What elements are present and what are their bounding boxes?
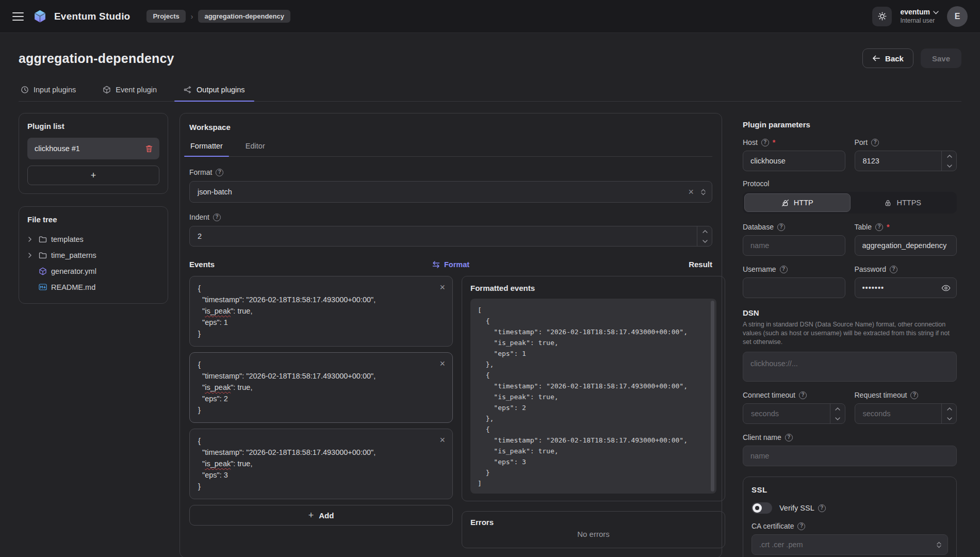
clock-icon <box>21 86 29 94</box>
protocol-https-option[interactable]: HTTPS <box>851 193 956 212</box>
connect-timeout-spinner[interactable] <box>830 403 845 424</box>
plus-icon: + <box>308 510 314 521</box>
breadcrumb: Projects › aggregation-dependency <box>146 10 290 23</box>
tab-input-plugins[interactable]: Input plugins <box>19 86 78 101</box>
save-button[interactable]: Save <box>921 48 961 68</box>
spinner-down-icon[interactable] <box>942 161 957 171</box>
clear-icon[interactable]: × <box>688 187 694 196</box>
add-event-button[interactable]: + Add <box>189 505 453 526</box>
user-menu[interactable]: eventum Internal user <box>900 8 939 25</box>
database-input[interactable] <box>743 235 845 256</box>
spinner-down-icon[interactable] <box>830 414 845 424</box>
back-button[interactable]: Back <box>862 48 913 68</box>
help-icon[interactable]: ? <box>799 391 807 399</box>
chevron-right-icon <box>27 252 35 258</box>
eye-icon[interactable] <box>941 277 951 298</box>
protocol-http-option[interactable]: HTTP <box>744 193 851 212</box>
theme-toggle-button[interactable] <box>872 7 892 26</box>
event-card-2[interactable]: { "timestamp": "2026-02-18T18:58:17.4930… <box>189 352 453 423</box>
formatted-events-code[interactable]: [ { "timestamp": "2026-02-18T18:58:17.49… <box>470 299 716 494</box>
breadcrumb-separator-icon: › <box>191 12 193 21</box>
port-label: Port <box>855 138 868 146</box>
events-list: { "timestamp": "2026-02-18T18:58:17.4930… <box>189 276 453 548</box>
avatar[interactable]: E <box>947 6 968 27</box>
verify-ssl-toggle[interactable] <box>752 502 772 514</box>
avatar-initial: E <box>955 12 960 21</box>
help-icon[interactable]: ? <box>216 169 223 176</box>
port-spinner[interactable] <box>941 151 957 171</box>
file-tree-item-templates[interactable]: templates <box>27 231 159 247</box>
delete-plugin-button[interactable] <box>145 144 153 153</box>
chevron-right-icon <box>27 236 35 242</box>
help-icon[interactable]: ? <box>761 139 769 146</box>
spinner-up-icon[interactable] <box>830 403 845 414</box>
help-icon[interactable]: ? <box>780 266 788 273</box>
event-json-text[interactable]: { "timestamp": "2026-02-18T18:58:17.4930… <box>198 283 432 339</box>
dsn-label: DSN <box>743 308 957 317</box>
user-role: Internal user <box>900 17 939 25</box>
format-label: Format <box>189 168 212 176</box>
format-select[interactable]: json-batch × <box>189 181 712 203</box>
close-icon[interactable]: × <box>439 435 445 445</box>
events-title: Events <box>189 260 364 269</box>
transfer-arrows-icon <box>432 261 440 268</box>
help-icon[interactable]: ? <box>875 223 883 231</box>
dsn-input[interactable]: clickhouse://... <box>743 352 957 382</box>
help-icon[interactable]: ? <box>818 504 826 512</box>
tab-output-plugins[interactable]: Output plugins <box>182 86 247 101</box>
errors-card: Errors No errors <box>462 511 725 548</box>
indent-label: Indent <box>189 213 209 221</box>
help-icon[interactable]: ? <box>785 434 793 441</box>
scrollbar[interactable] <box>711 301 714 492</box>
help-icon[interactable]: ? <box>777 223 785 231</box>
spinner-down-icon[interactable] <box>942 414 957 424</box>
breadcrumb-current[interactable]: aggregation-dependency <box>198 10 290 23</box>
help-icon[interactable]: ? <box>871 139 879 146</box>
file-tree-item-time-patterns[interactable]: time_patterns <box>27 247 159 263</box>
tab-editor[interactable]: Editor <box>244 142 266 156</box>
help-icon[interactable]: ? <box>910 391 918 399</box>
close-icon[interactable]: × <box>439 359 445 368</box>
verify-ssl-label: Verify SSL <box>779 504 814 512</box>
tab-event-plugin[interactable]: Event plugin <box>101 86 159 101</box>
no-errors-text: No errors <box>470 530 716 538</box>
file-tree-item-generator-yml[interactable]: generator.yml <box>27 263 159 279</box>
spinner-up-icon[interactable] <box>697 226 712 236</box>
table-input[interactable] <box>855 235 957 256</box>
close-icon[interactable]: × <box>439 283 445 292</box>
indent-spinner[interactable] <box>697 226 712 247</box>
plugin-list-card: Plugin list clickhouse #1 + <box>19 113 168 194</box>
breadcrumb-projects[interactable]: Projects <box>146 10 185 23</box>
client-name-label: Client name <box>743 433 781 441</box>
hamburger-menu-icon[interactable] <box>12 12 24 21</box>
plugin-list-item[interactable]: clickhouse #1 <box>27 138 159 159</box>
formatted-events-card: Formatted events [ { "timestamp": "2026-… <box>462 276 725 501</box>
event-json-text[interactable]: { "timestamp": "2026-02-18T18:58:17.4930… <box>198 435 432 492</box>
format-select-value: json-batch <box>198 188 232 196</box>
help-icon[interactable]: ? <box>797 522 805 530</box>
indent-input[interactable] <box>189 226 712 247</box>
page-title: aggregation-dependency <box>19 51 174 66</box>
protocol-label: Protocol <box>743 179 769 188</box>
event-json-text[interactable]: { "timestamp": "2026-02-18T18:58:17.4930… <box>198 359 432 416</box>
add-plugin-button[interactable]: + <box>27 166 159 185</box>
help-icon[interactable]: ? <box>890 266 897 273</box>
spinner-up-icon[interactable] <box>942 403 957 414</box>
event-card-3[interactable]: { "timestamp": "2026-02-18T18:58:17.4930… <box>189 429 453 499</box>
file-tree-item-readme-md[interactable]: README.md <box>27 279 159 295</box>
brand[interactable]: Eventum Studio <box>33 9 130 24</box>
ca-certificate-label: CA certificate <box>752 522 794 530</box>
yaml-file-icon <box>39 267 47 275</box>
tab-formatter[interactable]: Formatter <box>189 142 224 156</box>
username-input[interactable] <box>743 277 845 298</box>
request-timeout-spinner[interactable] <box>941 403 957 424</box>
host-input[interactable] <box>743 151 845 171</box>
ca-certificate-select[interactable]: .crt .cer .pem <box>752 534 948 555</box>
spinner-down-icon[interactable] <box>697 236 712 247</box>
format-action-button[interactable]: Format <box>432 260 469 269</box>
spinner-up-icon[interactable] <box>942 151 957 161</box>
event-card-1[interactable]: { "timestamp": "2026-02-18T18:58:17.4930… <box>189 276 453 347</box>
select-chevrons-icon[interactable] <box>701 189 706 195</box>
help-icon[interactable]: ? <box>213 214 221 221</box>
client-name-input[interactable] <box>743 446 957 466</box>
